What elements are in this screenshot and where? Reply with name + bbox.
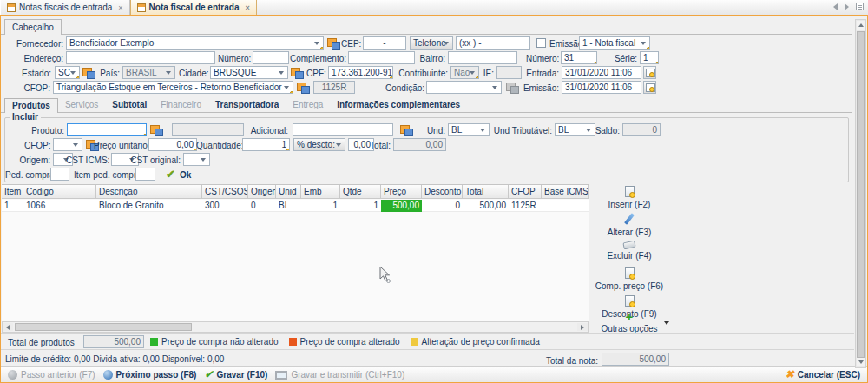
comp-preco-button[interactable]: Comp. preço (F6) (589, 267, 669, 291)
col-header-cfop[interactable]: CFOP (509, 185, 542, 199)
outras-opcoes-button[interactable]: + Outras opções (589, 311, 669, 333)
produto-lookup-icon[interactable] (150, 125, 162, 135)
numero-nf-input[interactable]: 31 (561, 51, 597, 64)
numero-endereco-input[interactable] (253, 51, 289, 64)
cfop-lookup-icon[interactable] (297, 83, 309, 93)
estado-combo[interactable]: SC (55, 66, 80, 79)
col-header-origem[interactable]: Origem (248, 185, 276, 199)
proximo-passo-button[interactable]: Próximo passo (F8) (103, 370, 197, 380)
preco-unitario-input[interactable]: 0,00 (148, 138, 197, 151)
cidade-lookup-icon[interactable] (291, 68, 303, 78)
table-row[interactable]: 1 1066 Bloco de Granito 300 0 BL 1 1 500… (2, 200, 589, 212)
tipo-desconto-combo[interactable]: % descto: (293, 138, 345, 151)
entrada-input[interactable]: 31/01/2020 11:06 (562, 66, 641, 79)
outras-opcoes-dropdown-icon[interactable] (664, 321, 669, 325)
cpf-value: 173.361.200-91 (332, 68, 392, 77)
fornecedor-combo[interactable]: Beneficiador Exemplo (66, 36, 324, 50)
required-dot (594, 62, 597, 64)
scroll-left-icon[interactable] (3, 323, 13, 331)
complemento-input[interactable] (348, 51, 415, 64)
tab-cabecalho[interactable]: Cabeçalho (4, 19, 62, 35)
fornecedor-lookup-icon[interactable] (327, 38, 339, 49)
tab-label: Notas fiscais de entrada (19, 3, 112, 12)
cfop-incluir-combo[interactable] (53, 138, 82, 151)
col-header-qtde[interactable]: Qtde (340, 185, 381, 199)
tab-nota-fiscal-de-entrada[interactable]: Nota fiscal de entrada × (130, 0, 257, 15)
telefone-type-combo[interactable]: Telefone (410, 36, 453, 50)
gravar-transmitir-button: Gravar e transmitir (Ctrl+F10) (275, 370, 404, 380)
alterar-button[interactable]: Alterar (F3) (589, 213, 669, 237)
col-header-descricao[interactable]: Descrição (96, 185, 202, 199)
cell-emb: 1 (301, 201, 340, 211)
contribuinte-combo[interactable]: Não (450, 66, 479, 79)
cancelar-button[interactable]: ✖ Cancelar (ESC) (786, 370, 860, 380)
entrada-calendar-icon[interactable] (643, 66, 656, 79)
quantidade-label: Quantidade: (196, 140, 240, 151)
scrollbar-thumb[interactable] (15, 323, 192, 331)
scroll-tabs-left-icon[interactable] (833, 3, 838, 10)
serie-input[interactable]: 1 (640, 51, 659, 64)
entrada-label: Entrada: (525, 68, 559, 79)
item-ped-compra-input[interactable] (135, 168, 155, 181)
tipo-nota-combo[interactable]: 1 - Nota fiscal (579, 36, 650, 50)
tab-produtos[interactable]: Produtos (4, 98, 58, 113)
endereco-input[interactable] (66, 51, 215, 64)
und-tributavel-combo[interactable]: BL (555, 123, 595, 136)
produto-input[interactable] (67, 123, 147, 136)
vertical-scrollbar[interactable] (855, 19, 866, 368)
tab-transportadora[interactable]: Transportadora (208, 98, 286, 113)
grid-horizontal-scrollbar[interactable] (2, 321, 589, 333)
ie-input[interactable] (496, 66, 522, 79)
emissao-calendar-icon[interactable] (643, 81, 656, 94)
scrollbar-thumb[interactable] (857, 31, 865, 358)
estado-lookup-icon[interactable] (82, 68, 95, 78)
tab-informacoes-complementares[interactable]: Informações complementares (330, 98, 467, 113)
col-header-codigo[interactable]: Codigo (23, 185, 96, 199)
total-nota-label: Total da nota: (511, 355, 598, 366)
emissao-input[interactable]: 31/01/2020 11:06 (562, 81, 641, 94)
inserir-button[interactable]: Inserir (F2) (589, 186, 669, 209)
products-grid[interactable]: Item Codigo Descrição CST/CSOSN Origem U… (2, 184, 589, 333)
ok-button[interactable]: Ok (180, 169, 197, 181)
contribuinte-label: Contribuinte: (396, 68, 448, 79)
col-header-base-icms[interactable]: Base ICMS (542, 185, 589, 199)
tab-notas-fiscais-de-entrada[interactable]: Notas fiscais de entrada × (0, 0, 130, 15)
gravar-button[interactable]: ✔ Gravar (F10) (204, 370, 267, 380)
adicional-input[interactable] (293, 123, 393, 136)
pais-combo[interactable]: BRASIL (122, 66, 175, 79)
cst-original-combo[interactable] (183, 153, 210, 166)
total-nota-field: 500,00 (602, 353, 669, 366)
item-ped-compra-label: Item ped. compra: (74, 169, 133, 181)
close-icon[interactable]: × (245, 3, 249, 12)
excluir-button[interactable]: Excluir (F4) (589, 241, 669, 261)
condicao-lookup-icon[interactable] (506, 83, 518, 93)
cfop-incluir-label: CFOP: (24, 140, 50, 151)
col-header-cst-csosn[interactable]: CST/CSOSN (202, 185, 248, 199)
col-header-desconto[interactable]: Desconto (422, 185, 463, 199)
tab-list-icon[interactable] (856, 3, 864, 10)
ped-compra-input[interactable] (50, 168, 69, 181)
cidade-combo[interactable]: BRUSQUE (210, 66, 288, 79)
col-header-emb[interactable]: Emb (301, 185, 340, 199)
col-header-preco[interactable]: Preço (381, 185, 422, 199)
und-combo[interactable]: BL (448, 123, 490, 136)
cep-input[interactable]: - (363, 36, 406, 50)
tab-subtotal[interactable]: Subtotal (105, 98, 154, 113)
close-icon[interactable]: × (118, 3, 122, 12)
scroll-up-icon[interactable] (857, 21, 865, 30)
cpf-input[interactable]: 173.361.200-91 (328, 66, 393, 79)
emissao-checkbox[interactable] (536, 38, 546, 48)
cfop-combo[interactable]: Triangulação Estoque em Terceiros - Reto… (53, 81, 293, 94)
condicao-combo[interactable] (426, 81, 502, 94)
telefone-input[interactable]: (xx ) - (456, 36, 530, 50)
scroll-right-icon[interactable] (577, 323, 588, 331)
col-header-unid[interactable]: Unid (276, 185, 301, 199)
col-header-item[interactable]: Item (2, 185, 23, 199)
scroll-down-icon[interactable] (857, 358, 865, 366)
scroll-tabs-right-icon[interactable] (845, 3, 849, 10)
quantidade-input[interactable]: 1 (242, 138, 290, 151)
unidade-lookup-icon[interactable] (400, 125, 412, 135)
col-header-total[interactable]: Total (463, 185, 509, 199)
bairro-input[interactable] (448, 51, 517, 64)
chevron-down-icon (164, 67, 174, 78)
